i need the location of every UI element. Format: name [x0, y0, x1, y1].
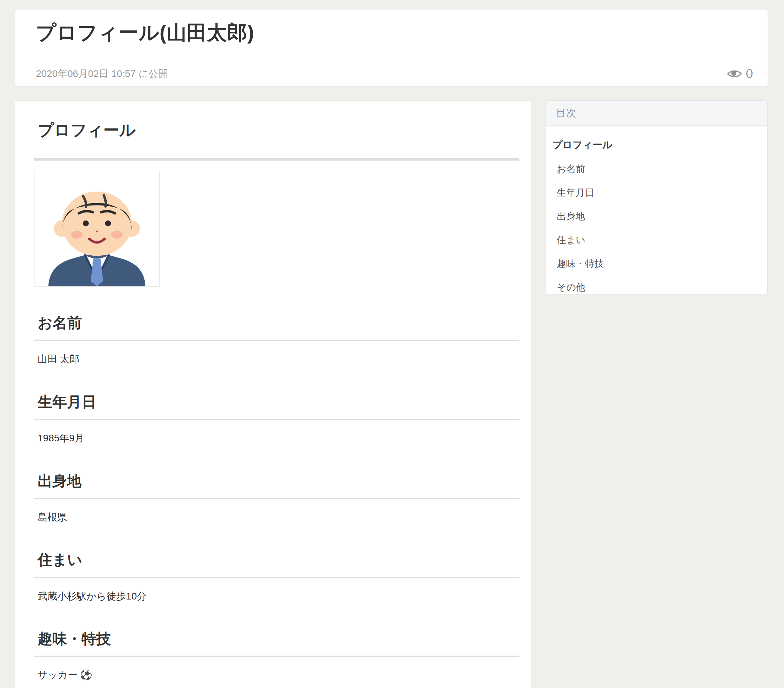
section-value: 島根県	[34, 511, 519, 524]
toc-item[interactable]: 生年月日	[545, 181, 767, 205]
post-header-card: プロフィール(山田太郎) 2020年06月02日 10:57 に公開 0	[15, 10, 768, 86]
toc-item[interactable]: その他	[545, 276, 767, 299]
toc-card: 目次 プロフィール お名前 生年月日 出身地 住まい 趣味・特技 その他	[545, 100, 768, 294]
section-value: 武蔵小杉駅から徒歩10分	[34, 590, 519, 603]
section-heading: お名前	[34, 315, 519, 341]
toc-title: 目次	[545, 101, 767, 126]
section-heading: 趣味・特技	[34, 631, 519, 657]
view-counter: 0	[726, 67, 753, 81]
section-heading: 出身地	[34, 473, 519, 499]
toc-list: プロフィール お名前 生年月日 出身地 住まい 趣味・特技 その他	[545, 126, 767, 306]
toc-item[interactable]: 住まい	[545, 228, 767, 252]
section-heading: 生年月日	[34, 394, 519, 420]
article-card: プロフィール	[15, 100, 531, 688]
page-title: プロフィール(山田太郎)	[15, 10, 768, 44]
post-meta-bar: 2020年06月02日 10:57 に公開 0	[15, 61, 768, 86]
publish-date: 2020年06月02日 10:57 に公開	[36, 67, 168, 80]
profile-avatar-image	[34, 171, 160, 287]
toc-item[interactable]: 出身地	[545, 205, 767, 228]
toc-item[interactable]: 趣味・特技	[545, 252, 767, 276]
view-count: 0	[746, 67, 753, 81]
toc-item[interactable]: お名前	[545, 157, 767, 181]
section-value: 1985年9月	[34, 432, 519, 445]
section-value: サッカー ⚽	[34, 669, 519, 681]
section-value: 山田 太郎	[34, 353, 519, 365]
article-heading: プロフィール	[34, 101, 519, 161]
eye-icon	[726, 68, 743, 80]
toc-item[interactable]: プロフィール	[545, 133, 767, 157]
section-heading: 住まい	[34, 552, 519, 578]
